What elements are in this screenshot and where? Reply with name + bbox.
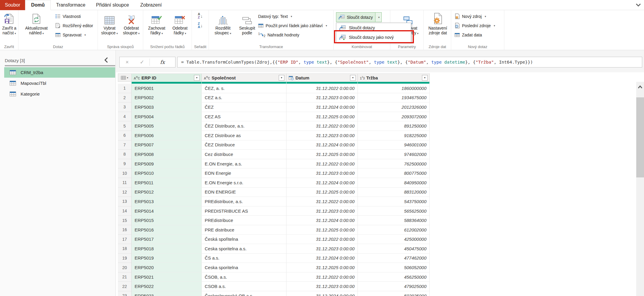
cell[interactable]: CSOB a.s.	[202, 282, 286, 291]
recent-sources-button[interactable]: Poslední zdroje▾	[453, 21, 497, 30]
manage-button[interactable]: Spravovat▾	[54, 30, 95, 39]
use-first-row-as-headers-button[interactable]: Použít první řádek jako záhlaví▾	[257, 21, 329, 30]
query-item[interactable]: CRM_tržba	[4, 67, 115, 78]
sort-ascending-button[interactable]: AZ ↓	[198, 13, 203, 19]
cell[interactable]: 612002000	[358, 225, 430, 235]
cell[interactable]: ČEZ	[202, 102, 286, 112]
cell[interactable]: 479025000	[358, 282, 430, 291]
cell[interactable]: 31.12.2022 0:00:00	[286, 197, 358, 206]
cell[interactable]: Cez distribuce	[202, 150, 286, 159]
cell[interactable]: ERP5013	[132, 197, 202, 206]
cell[interactable]: ERP5002	[132, 93, 202, 103]
cell[interactable]: 31.12.2024 0:00:00	[286, 140, 358, 150]
properties-button[interactable]: Vlastnosti	[54, 12, 95, 21]
cell[interactable]: 1934675000	[358, 93, 430, 103]
filter-button[interactable]: ▼	[279, 75, 284, 81]
cell[interactable]: ERP5017	[132, 235, 202, 244]
cell[interactable]: 506052000	[358, 263, 430, 272]
cell[interactable]: 477462000	[358, 254, 430, 263]
cell[interactable]: ERP5008	[132, 150, 202, 159]
cell[interactable]: ERP5007	[132, 140, 202, 150]
menu-item-merge-queries[interactable]: Sloučit dotazy	[336, 23, 411, 33]
cell[interactable]: 31.12.2023 0:00:00	[286, 93, 358, 103]
cell[interactable]: ERP5009	[132, 159, 202, 169]
cell[interactable]: 31.12.2023 0:00:00	[286, 168, 358, 178]
merge-queries-dropdown-arrow[interactable]: ▾	[375, 13, 381, 22]
cell[interactable]: 450475000	[358, 244, 430, 254]
cell[interactable]: 31.12.2022 0:00:00	[286, 272, 358, 282]
cell[interactable]: ČEZ Distribuce, a.s.	[202, 121, 286, 131]
cell[interactable]: 31.12.2022 0:00:00	[286, 84, 358, 93]
cell[interactable]: 800775000	[358, 168, 430, 178]
cell[interactable]: 31.12.2023 0:00:00	[286, 282, 358, 291]
cell[interactable]: 31.12.2022 0:00:00	[286, 235, 358, 244]
cell[interactable]: 946001000	[358, 140, 430, 150]
cell[interactable]: ERP5020	[132, 263, 202, 272]
cell[interactable]: ČEZ, a. s.	[202, 84, 286, 93]
cell[interactable]: 31.12.2025 0:00:00	[286, 112, 358, 122]
cancel-button[interactable]: ×	[120, 59, 135, 65]
cell[interactable]: 1860000000	[358, 84, 430, 93]
cell[interactable]: ERP5023	[132, 291, 202, 296]
cell[interactable]: 31.12.2025 0:00:00	[286, 188, 358, 197]
refresh-preview-button[interactable]: Aktualizovat náhled▾	[20, 12, 53, 36]
cell[interactable]: 543750000	[358, 197, 430, 206]
cell[interactable]: ERP5014	[132, 206, 202, 216]
keep-rows-button[interactable]: Zachovat řádky▾	[145, 12, 168, 36]
cell[interactable]: ERP5005	[132, 121, 202, 131]
cell[interactable]: ERP5016	[132, 225, 202, 235]
tab-file[interactable]: Soubor	[0, 0, 25, 10]
tab-transform[interactable]: Transformace	[51, 0, 91, 10]
cell[interactable]: ERP5003	[132, 102, 202, 112]
cell[interactable]: PREdistribuce	[202, 216, 286, 225]
cell[interactable]: ERP5010	[132, 168, 202, 178]
remove-columns-button[interactable]: Odebrat sloupce▾	[121, 12, 142, 36]
cell[interactable]: 31.12.2024 0:00:00	[286, 178, 358, 188]
cell[interactable]: 918225000	[358, 131, 430, 140]
cell[interactable]: ERP5019	[132, 254, 202, 263]
cell[interactable]: 565625000	[358, 206, 430, 216]
filter-button[interactable]: ▼	[350, 75, 356, 81]
cell[interactable]: 891250000	[358, 121, 430, 131]
filter-button[interactable]: ▼	[194, 75, 200, 81]
cell[interactable]: CEZ AS	[202, 112, 286, 122]
query-item[interactable]: MapovacíTbl	[4, 78, 115, 88]
cell[interactable]: ERP5001	[132, 84, 202, 93]
menu-item-merge-queries-as-new[interactable]: Sloučit dotazy jako nový	[336, 33, 411, 42]
tab-home[interactable]: Domů	[25, 0, 51, 10]
cell[interactable]: ERP5015	[132, 216, 202, 225]
cell[interactable]: 31.12.2024 0:00:00	[286, 102, 358, 112]
cell[interactable]: ERP5018	[132, 244, 202, 254]
tab-view[interactable]: Zobrazení	[134, 0, 168, 10]
formula-input[interactable]: = Table.TransformColumnTypes(Zdroj,{{"ER…	[177, 57, 642, 68]
cell[interactable]: Česká spořitelna	[202, 235, 286, 244]
cell[interactable]: CEZ a.s.	[202, 93, 286, 103]
cell[interactable]: 2012326000	[358, 102, 430, 112]
accept-button[interactable]: ✓	[135, 59, 150, 65]
query-item[interactable]: Kategorie	[4, 89, 115, 99]
cell[interactable]: E.ON Energie s.r.o.	[202, 178, 286, 188]
cell[interactable]: EON ENERGIE	[202, 188, 286, 197]
cell[interactable]: 456250000	[358, 272, 430, 282]
cell[interactable]: Ceska sporitelna	[202, 263, 286, 272]
cell[interactable]: ERP5006	[132, 131, 202, 140]
cell[interactable]: ERP5012	[132, 188, 202, 197]
cell[interactable]: ERP5021	[132, 272, 202, 282]
cell[interactable]: 31.12.2023 0:00:00	[286, 244, 358, 254]
cell[interactable]: ČS a.s.	[202, 254, 286, 263]
tab-add-column[interactable]: Přidání sloupce	[91, 0, 134, 10]
scroll-up-icon[interactable]	[636, 82, 644, 92]
cell[interactable]: 31.12.2024 0:00:00	[286, 216, 358, 225]
cell[interactable]: ERP5022	[132, 282, 202, 291]
replace-values-button[interactable]: 1 2 Nahradit hodnoty	[257, 30, 329, 39]
fx-icon[interactable]: fx	[150, 59, 175, 66]
cell[interactable]: 883120000	[358, 188, 430, 197]
column-header[interactable]: ABCERP ID▼	[132, 73, 202, 82]
cell[interactable]: 425000000	[358, 235, 430, 244]
cell[interactable]: 2093072000	[358, 112, 430, 122]
column-header[interactable]: 123Tržba▼	[358, 73, 430, 82]
select-all-corner-button[interactable]: ▼	[118, 73, 132, 82]
cell[interactable]: PREDISTRIBUCE AS	[202, 206, 286, 216]
sort-descending-button[interactable]: ZA ↓	[198, 22, 203, 29]
cell[interactable]: 762500000	[358, 159, 430, 169]
